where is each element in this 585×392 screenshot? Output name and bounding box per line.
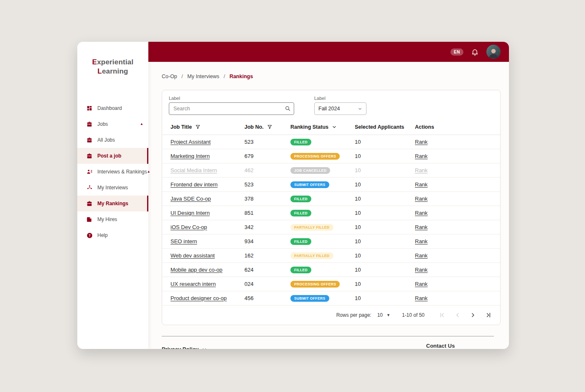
- main-content: Co-Op / My Interviews / Rankings Label: [148, 62, 509, 349]
- rows-per-page-select[interactable]: 10 ▼: [377, 312, 390, 318]
- breadcrumb-co-op[interactable]: Co-Op: [162, 74, 177, 79]
- rank-link[interactable]: Rank: [415, 252, 427, 259]
- notifications-bell-icon[interactable]: [471, 48, 479, 56]
- document-icon: [86, 216, 94, 222]
- status-badge: FILLED: [290, 139, 311, 145]
- job-title-link[interactable]: Product designer co-op: [170, 295, 226, 301]
- sort-chevron-down-icon[interactable]: [332, 125, 337, 130]
- rank-link[interactable]: Rank: [415, 196, 427, 202]
- job-number: 934: [244, 238, 290, 244]
- breadcrumb-rankings: Rankings: [229, 74, 253, 79]
- selected-applicants-count: 10: [355, 181, 415, 188]
- status-badge: SUBMIT OFFERS: [290, 295, 329, 302]
- job-number: 378: [244, 196, 290, 202]
- job-title-link[interactable]: Java SDE Co-op: [170, 196, 211, 202]
- sidebar-item-help[interactable]: Help: [77, 227, 148, 243]
- last-page-button[interactable]: [485, 312, 492, 318]
- selected-applicants-count: 10: [355, 295, 415, 301]
- sidebar-item-label: Help: [97, 232, 108, 238]
- job-title-link[interactable]: Frontend dev intern: [170, 181, 218, 188]
- rank-link[interactable]: Rank: [415, 267, 427, 273]
- help-icon: [86, 232, 94, 239]
- column-job-no: Job No.: [244, 124, 290, 130]
- table-row: iOS Dev Co-op 342 PARTIALLY FILLED 10 Ra…: [162, 220, 500, 234]
- job-number: 679: [244, 153, 290, 159]
- table-row: Frontend dev intern 523 SUBMIT OFFERS 10…: [162, 178, 500, 192]
- rank-link[interactable]: Rank: [415, 281, 427, 287]
- search-field: [169, 102, 294, 115]
- sidebar-item-interviews-rankings[interactable]: Interviews & Rankings ▲: [77, 164, 148, 180]
- briefcase-icon: [86, 201, 94, 206]
- rankings-card: Label Label Fall 2024: [162, 90, 501, 325]
- filter-icon[interactable]: [195, 124, 201, 130]
- network-icon: [86, 185, 94, 191]
- status-badge: SUBMIT OFFERS: [290, 181, 329, 188]
- search-label: Label: [169, 96, 294, 101]
- sidebar-item-label: My Hires: [97, 216, 117, 222]
- job-title-link[interactable]: Web dev assistant: [170, 252, 215, 259]
- job-title-link[interactable]: Social Media Intern: [170, 167, 217, 173]
- breadcrumb: Co-Op / My Interviews / Rankings: [162, 74, 509, 79]
- job-title-link[interactable]: iOS Dev Co-op: [170, 224, 207, 230]
- language-badge[interactable]: EN: [450, 48, 463, 56]
- job-title-link[interactable]: Marketing Intern: [170, 153, 210, 159]
- selected-applicants-count: 10: [355, 167, 415, 173]
- sidebar-item-all-jobs[interactable]: All Jobs: [77, 132, 148, 148]
- privacy-policy-link[interactable]: Privacy Policy: [162, 343, 207, 349]
- sidebar-item-my-hires[interactable]: My Hires: [77, 211, 148, 227]
- rank-link[interactable]: Rank: [415, 210, 427, 216]
- table-header: Job Title Job No. Ranking Status Selecte…: [162, 119, 500, 135]
- column-job-title: Job Title: [170, 124, 244, 130]
- rank-link[interactable]: Rank: [415, 295, 427, 301]
- table-row: UX research intern 024 PROCESSING OFFERS…: [162, 277, 500, 291]
- sidebar-item-my-interviews[interactable]: My Interviews: [77, 180, 148, 196]
- table-row: SEO intern 934 FILLED 10 Rank: [162, 234, 500, 249]
- term-select[interactable]: Fall 2024: [314, 102, 366, 115]
- sidebar-item-post-a-job[interactable]: Post a job: [77, 148, 148, 164]
- selected-applicants-count: 10: [355, 224, 415, 230]
- dashboard-icon: [86, 105, 94, 111]
- logo-text: E: [92, 58, 97, 66]
- rank-link[interactable]: Rank: [415, 167, 427, 173]
- sidebar-item-my-rankings[interactable]: My Rankings: [77, 196, 148, 211]
- rank-link[interactable]: Rank: [415, 139, 427, 145]
- collapse-up-icon[interactable]: ▲: [147, 170, 150, 173]
- job-number: 456: [244, 295, 290, 301]
- sidebar-item-jobs[interactable]: Jobs ▲: [77, 116, 148, 132]
- rank-link[interactable]: Rank: [415, 181, 427, 188]
- filter-icon[interactable]: [267, 124, 272, 130]
- status-badge: PROCESSING OFFERS: [290, 281, 340, 288]
- collapse-up-icon[interactable]: ▲: [140, 122, 143, 126]
- search-icon[interactable]: [285, 105, 291, 113]
- table-body: Project Assistant 523 FILLED 10 Rank Mar…: [162, 135, 500, 305]
- sidebar: Experiential Learning Dashboard Jobs ▲: [77, 42, 148, 349]
- job-number: 162: [244, 252, 290, 259]
- sidebar-item-dashboard[interactable]: Dashboard: [77, 100, 148, 116]
- previous-page-button[interactable]: [454, 312, 461, 318]
- job-number: 523: [244, 139, 290, 145]
- chevron-down-icon: [202, 347, 207, 349]
- rank-link[interactable]: Rank: [415, 153, 427, 159]
- job-title-link[interactable]: SEO intern: [170, 238, 197, 244]
- app-logo: Experiential Learning: [77, 58, 148, 76]
- selected-applicants-count: 10: [355, 238, 415, 244]
- job-title-link[interactable]: UX research intern: [170, 281, 216, 287]
- app-window: Experiential Learning Dashboard Jobs ▲: [77, 42, 509, 349]
- job-number: 462: [244, 167, 290, 173]
- next-page-button[interactable]: [470, 312, 476, 318]
- first-page-button[interactable]: [439, 312, 445, 318]
- job-title-link[interactable]: Mobile app dev co-op: [170, 267, 222, 273]
- status-badge: FILLED: [290, 196, 311, 202]
- search-input[interactable]: [169, 102, 294, 115]
- table-row: Marketing Intern 679 PROCESSING OFFERS 1…: [162, 149, 500, 163]
- job-title-link[interactable]: UI Design Intern: [170, 210, 210, 216]
- rank-link[interactable]: Rank: [415, 238, 427, 244]
- job-title-link[interactable]: Project Assistant: [170, 139, 211, 145]
- rank-link[interactable]: Rank: [415, 224, 427, 230]
- avatar[interactable]: [486, 45, 501, 59]
- sidebar-item-label: Post a job: [97, 153, 121, 159]
- status-badge: PARTIALLY FILLED: [290, 224, 333, 231]
- briefcase-icon: [86, 153, 94, 159]
- rows-per-page-label: Rows per page:: [336, 312, 371, 318]
- breadcrumb-my-interviews[interactable]: My Interviews: [187, 74, 219, 79]
